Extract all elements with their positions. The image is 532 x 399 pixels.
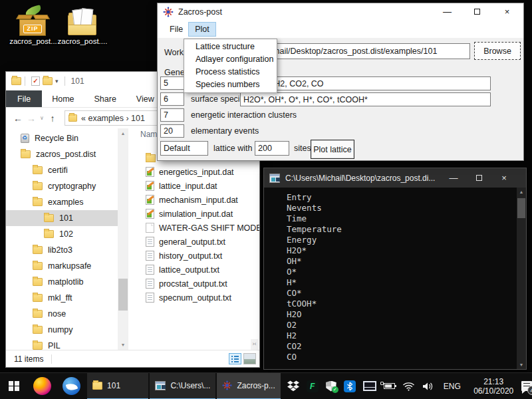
quick-access-folder-icon[interactable]: [43, 77, 53, 85]
file-row[interactable]: energetics_input.dat: [128, 165, 259, 179]
tree-item-icon: [44, 214, 54, 222]
file-icon: [146, 223, 154, 233]
start-button[interactable]: [0, 373, 28, 399]
tree-item[interactable]: 102: [6, 226, 118, 242]
tree-item[interactable]: lib2to3: [6, 242, 118, 258]
clock[interactable]: 21:13 06/10/2020: [470, 377, 517, 396]
events-count-field[interactable]: 20: [160, 124, 184, 138]
tree-item[interactable]: numpy: [6, 322, 118, 338]
tab-share[interactable]: Share: [84, 90, 126, 107]
tab-home[interactable]: Home: [42, 90, 84, 107]
tree-item[interactable]: nose: [6, 306, 118, 322]
lattice-type-field[interactable]: Default: [160, 141, 208, 156]
plot-menu-item[interactable]: Species numbers: [184, 78, 277, 91]
tree-item[interactable]: cryptography: [6, 178, 118, 194]
folder-tree: Recycle Bin zacros_post.dist certifi: [6, 130, 118, 350]
thunderbird-taskbar-button[interactable]: [57, 373, 86, 399]
volume-icon[interactable]: [422, 382, 434, 391]
tree-item[interactable]: mkl_fft: [6, 290, 118, 306]
browse-button[interactable]: Browse: [474, 42, 521, 60]
battery-icon[interactable]: [384, 383, 395, 389]
taskbar-button-explorer[interactable]: 101: [87, 373, 148, 399]
menu-plot[interactable]: Plot: [189, 23, 215, 36]
tree-scrollbar[interactable]: ▲ ▼: [118, 128, 128, 350]
taskbar-button-zacros[interactable]: Zacros-p...: [217, 373, 280, 399]
maximize-button[interactable]: [462, 3, 492, 21]
desktop-icon-zip[interactable]: ZIP zacros_post...: [8, 8, 59, 45]
action-center-icon[interactable]: 4: [521, 381, 532, 391]
tree-item[interactable]: certifi: [6, 162, 118, 178]
scroll-up-icon[interactable]: ▲: [517, 188, 526, 196]
back-button[interactable]: ←: [11, 113, 25, 124]
file-row[interactable]: lattice_input.dat: [128, 179, 259, 193]
file-row[interactable]: general_output.txt: [128, 235, 259, 249]
scroll-down-icon[interactable]: ▼: [517, 360, 526, 369]
forward-button[interactable]: →: [25, 113, 38, 124]
zacros-titlebar[interactable]: Zacros-post — ×: [158, 3, 523, 21]
tree-item[interactable]: 101: [6, 210, 118, 226]
gas-species-count-field[interactable]: 5: [160, 76, 184, 90]
console-scrollbar[interactable]: ▲ ▼: [517, 188, 526, 369]
close-button[interactable]: ×: [491, 168, 517, 188]
scroll-down-icon[interactable]: ▼: [118, 340, 128, 350]
thumbnails-view-button[interactable]: [243, 353, 256, 364]
minimize-button[interactable]: —: [441, 168, 466, 188]
tree-item-icon: [33, 294, 43, 302]
tree-item[interactable]: examples: [6, 194, 118, 210]
menu-file[interactable]: File: [164, 23, 189, 36]
desktop-icon-folder[interactable]: zacros_post....: [57, 8, 108, 45]
security-shield-icon[interactable]: F: [307, 380, 319, 392]
menu-bar: File Plot: [158, 21, 523, 38]
close-button[interactable]: ×: [492, 3, 522, 21]
surface-species-field[interactable]: H2O*, OH*, O*, H*, CO*, tCOOH*: [240, 92, 491, 106]
tree-scrollbar-thumb[interactable]: [118, 279, 128, 311]
tree-item[interactable]: Recycle Bin: [6, 130, 118, 146]
plot-menu-item[interactable]: Lattice structure: [184, 41, 277, 53]
plot-lattice-button[interactable]: Plot lattice: [311, 140, 354, 159]
tree-item[interactable]: matplotlib: [6, 274, 118, 290]
file-row[interactable]: procstat_output.txt: [128, 277, 259, 291]
clusters-count-field[interactable]: 7: [160, 108, 184, 122]
tree-item-label: matplotlib: [48, 277, 84, 287]
file-row[interactable]: mechanism_input.dat: [128, 193, 259, 207]
file-row[interactable]: history_output.txt: [128, 249, 259, 263]
minimize-button[interactable]: —: [432, 3, 462, 21]
files-horizontal-scrollbar[interactable]: ‹ ›: [251, 339, 258, 350]
sites-count-field[interactable]: 200: [255, 141, 289, 156]
details-view-button[interactable]: [229, 353, 241, 364]
bluetooth-icon[interactable]: [344, 380, 356, 392]
file-icon: [146, 154, 156, 162]
dropbox-icon[interactable]: [287, 380, 299, 392]
tree-item[interactable]: markupsafe: [6, 258, 118, 274]
history-caret-icon[interactable]: ∨: [38, 115, 46, 121]
properties-icon[interactable]: ✓: [31, 76, 40, 86]
file-row[interactable]: lattice_output.txt: [128, 263, 259, 277]
firefox-taskbar-button[interactable]: [28, 373, 57, 399]
language-indicator[interactable]: ENG: [444, 382, 461, 391]
wifi-icon[interactable]: [402, 382, 415, 391]
maximize-button[interactable]: [466, 168, 491, 188]
file-row[interactable]: simulation_input.dat: [128, 207, 259, 221]
surface-species-count-field[interactable]: 6: [160, 92, 184, 106]
taskbar-button-console[interactable]: C:\Users\...: [150, 373, 215, 399]
qat-customize-caret-icon[interactable]: ▾: [55, 78, 59, 84]
tree-item[interactable]: zacros_post.dist: [6, 146, 118, 162]
up-button[interactable]: ↑: [46, 113, 59, 124]
touchpad-icon[interactable]: [363, 381, 376, 391]
status-bar: 11 items: [6, 350, 259, 367]
plot-menu-item[interactable]: Process statistics: [184, 66, 277, 78]
scroll-right-icon[interactable]: ›: [249, 339, 258, 350]
tree-item-icon: [33, 198, 43, 206]
file-row[interactable]: specnum_output.txt: [128, 291, 259, 305]
defender-icon[interactable]: ✓: [326, 381, 336, 392]
file-row[interactable]: WATER-GAS SHIFT MODEL: [128, 221, 259, 235]
file-name: history_output.txt: [159, 251, 222, 261]
taskbar-button-label: 101: [107, 381, 120, 390]
zacros-icon: [222, 380, 232, 390]
breadcrumb[interactable]: « examples › 101: [81, 114, 145, 123]
tree-item[interactable]: PIL: [6, 338, 118, 350]
tab-file[interactable]: File: [6, 90, 42, 107]
plot-menu-item[interactable]: Adlayer configuration: [184, 53, 277, 66]
scroll-up-icon[interactable]: ▲: [118, 128, 128, 138]
console-scrollbar-thumb[interactable]: [517, 198, 525, 218]
